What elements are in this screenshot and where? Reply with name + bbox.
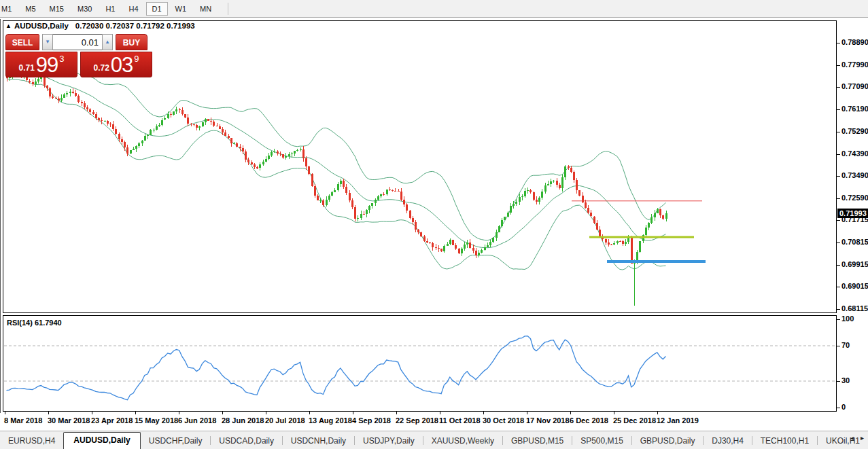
date-axis-label: 30 Mar 2018 <box>48 416 90 425</box>
date-axis-label: 28 Jun 2018 <box>222 416 264 425</box>
price-axis-label: 0.77990 <box>841 60 868 69</box>
price-axis-label: 0.72590 <box>841 194 868 202</box>
rsi-axis-tick <box>837 319 840 320</box>
timeframe-button-m5[interactable]: M5 <box>19 2 41 16</box>
timeframe-button-m1[interactable]: M1 <box>0 2 18 16</box>
date-axis-tick <box>614 412 614 414</box>
date-axis-label: 8 Mar 2018 <box>4 416 42 425</box>
bid-price-box[interactable]: 0.71 99 3 <box>5 52 77 77</box>
tab-usdcad-daily[interactable]: USDCAD,Daily <box>211 433 282 449</box>
date-axis-label: 12 Jan 2019 <box>657 416 699 425</box>
timeframe-buttons: M1M5M15M30H1H4D1W1MN <box>0 2 218 16</box>
date-axis-label: 4 Sep 2018 <box>352 416 391 425</box>
date-axis-label: 6 Jun 2018 <box>178 416 216 425</box>
date-axis-tick <box>48 412 49 414</box>
timeframe-button-m15[interactable]: M15 <box>44 2 70 16</box>
date-axis-label: 11 Oct 2018 <box>439 416 481 425</box>
tab-sp500-m15[interactable]: SP500,M15 <box>572 433 631 449</box>
price-axis-label: 0.73490 <box>841 171 868 179</box>
price-axis-tick <box>837 309 840 310</box>
rsi-axis-tick <box>837 346 840 346</box>
ask-price-box[interactable]: 0.72 03 9 <box>80 52 152 77</box>
symbol-marker-icon: ▲ <box>5 22 12 29</box>
bid-ask-prices: 0.71 99 3 0.72 03 9 <box>5 52 153 77</box>
volume-decrease-button[interactable]: ▾ <box>42 34 53 50</box>
date-axis-tick <box>527 412 527 414</box>
date-axis-label: 15 May 2018 <box>135 416 178 425</box>
date-axis-label: 13 Aug 2018 <box>309 416 352 425</box>
price-axis-label: 0.78890 <box>841 38 868 46</box>
date-axis-tick <box>309 412 310 414</box>
ask-price-prefix: 0.72 <box>93 63 109 73</box>
timeframe-button-h1[interactable]: H1 <box>99 2 121 16</box>
tab-tech100-h1[interactable]: TECH100,H1 <box>752 433 817 449</box>
tab-usdjpy-daily[interactable]: USDJPY,Daily <box>355 433 423 449</box>
date-axis-tick <box>570 412 571 414</box>
price-axis-label: 0.77090 <box>841 82 868 90</box>
price-axis-label: 0.70815 <box>841 238 868 246</box>
price-axis-tick <box>837 65 840 66</box>
rsi-axis-tick <box>837 381 840 382</box>
price-axis-label: 0.75290 <box>841 127 868 135</box>
price-axis-tick <box>837 132 840 132</box>
date-axis-tick <box>483 412 484 414</box>
volume-increase-button[interactable]: ▴ <box>102 34 113 50</box>
tab-xauusd-weekly[interactable]: XAUUSD,Weekly <box>423 433 502 449</box>
tab-gbpusd-daily[interactable]: GBPUSD,Daily <box>632 433 704 449</box>
price-axis-tick <box>837 154 840 155</box>
date-axis-tick <box>657 412 658 414</box>
rsi-axis-tick <box>837 408 840 408</box>
rsi-axis-label: 0 <box>841 403 846 411</box>
tab-eurusd-h4[interactable]: EURUSD,H4 <box>0 433 63 449</box>
tab-audusd-daily[interactable]: AUDUSD,Daily <box>63 432 140 449</box>
chart-symbol-label: AUDUSD,Daily <box>14 22 69 30</box>
date-axis-tick <box>222 412 223 414</box>
toolbar-separator <box>228 3 228 15</box>
one-click-trading-widget: SELL ▾ ▴ BUY 0.71 99 3 0.72 03 9 <box>5 34 153 77</box>
rsi-indicator-panel[interactable] <box>3 315 837 412</box>
price-axis-tick <box>837 87 840 88</box>
date-axis-label: 30 Oct 2018 <box>483 416 524 425</box>
tab-scroll-arrows: ◂ ▸ <box>850 434 864 442</box>
rsi-axis-label: 30 <box>841 376 850 384</box>
date-axis-tick <box>92 412 92 414</box>
current-price-badge: 0.71993 <box>837 209 868 218</box>
timeframe-button-d1[interactable]: D1 <box>146 2 168 16</box>
date-axis-tick <box>396 412 397 414</box>
rsi-chart-canvas[interactable] <box>3 316 836 411</box>
rsi-axis-label: 100 <box>841 315 854 323</box>
date-axis-tick <box>135 412 136 414</box>
volume-stepper: ▾ ▴ <box>42 34 113 50</box>
price-axis-label: 0.76190 <box>841 105 868 113</box>
bid-price-big: 99 <box>36 56 58 74</box>
tab-scroll-right-button[interactable]: ▸ <box>861 434 864 442</box>
trade-controls-row: SELL ▾ ▴ BUY <box>5 34 153 50</box>
ask-price-pip: 9 <box>134 54 139 64</box>
tab-scroll-left-button[interactable]: ◂ <box>850 434 854 442</box>
date-axis-tick <box>353 412 353 414</box>
price-axis-tick <box>837 109 840 110</box>
tab-gbpusd-m15[interactable]: GBPUSD,M15 <box>503 433 572 449</box>
price-axis-label: 0.69915 <box>841 260 868 268</box>
timeframe-button-mn[interactable]: MN <box>194 2 218 16</box>
date-axis-label: 22 Sep 2018 <box>396 416 438 425</box>
price-axis-tick <box>837 198 840 199</box>
date-axis-tick <box>5 412 5 414</box>
ask-price-big: 03 <box>111 56 133 74</box>
timeframe-button-h4[interactable]: H4 <box>122 2 144 16</box>
date-axis-tick <box>440 412 440 414</box>
rsi-axis-label: 70 <box>841 341 850 349</box>
price-axis-tick <box>837 243 840 243</box>
date-axis-label: 25 Dec 2018 <box>613 416 656 425</box>
tab-dj30-h4[interactable]: DJ30,H4 <box>704 433 752 449</box>
date-axis-label: 23 Apr 2018 <box>91 416 133 425</box>
timeframe-button-m30[interactable]: M30 <box>71 2 98 16</box>
buy-button[interactable]: BUY <box>116 34 147 50</box>
volume-input[interactable] <box>53 34 102 50</box>
timeframe-button-w1[interactable]: W1 <box>169 2 193 16</box>
tab-usdchf-daily[interactable]: USDCHF,Daily <box>141 433 211 449</box>
timeframe-toolbar: M1M5M15M30H1H4D1W1MN <box>0 0 868 18</box>
tab-usdcnh-daily[interactable]: USDCNH,Daily <box>283 433 354 449</box>
sell-button[interactable]: SELL <box>5 34 39 50</box>
bid-price-pip: 3 <box>59 54 64 64</box>
